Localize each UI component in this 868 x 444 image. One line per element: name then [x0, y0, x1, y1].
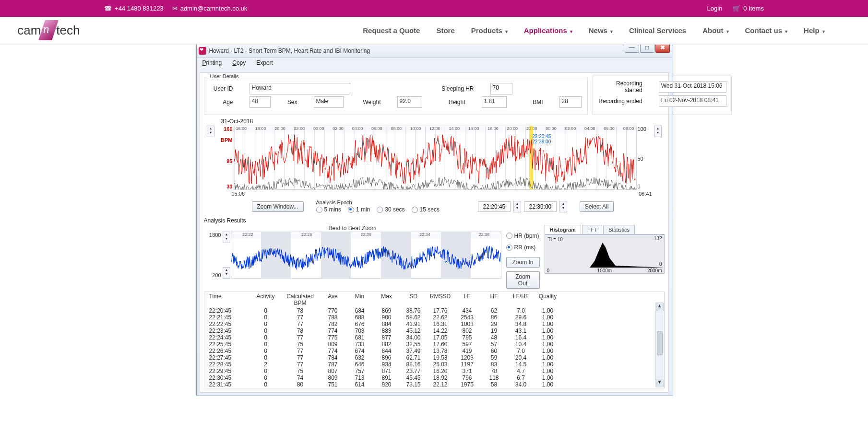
age-label: Age — [210, 99, 233, 105]
menu-export[interactable]: Export — [256, 59, 273, 70]
histogram-panel: TI = 10 132 0 0 1000m 2000m — [545, 234, 665, 274]
chevron-down-icon — [726, 26, 729, 35]
time-from-input[interactable] — [478, 201, 511, 212]
table-scrollbar[interactable]: ▲ ▼ — [655, 303, 664, 387]
scroll-down[interactable]: ▼ — [656, 379, 664, 387]
epoch-legend: Analysis Epoch — [316, 199, 446, 205]
svg-marker-0 — [545, 243, 664, 268]
table-row[interactable]: 22:25:4507580973388232.5517.605975710.41… — [204, 341, 664, 348]
user-details-group: User Details User ID Howard Sleeping HR … — [204, 77, 588, 115]
time-to-spinner[interactable] — [559, 201, 567, 212]
time-to-input[interactable] — [524, 201, 557, 212]
user-id-field[interactable]: Howard — [250, 83, 350, 94]
maximize-button[interactable]: □ — [640, 45, 654, 53]
x-start: 15:06 — [232, 191, 245, 197]
table-row[interactable]: 22:21:4507778868890058.6222.6225438629.6… — [204, 314, 664, 321]
sleeping-hr-label: Sleeping HR — [364, 85, 474, 92]
results-table: TimeActivityCalculatedBPMAveMinMaxSDRMSS… — [204, 292, 665, 388]
rec-end-label: Recording ended — [598, 98, 642, 105]
y-axis-left: 160 BPM 95 30 — [217, 126, 234, 190]
zoom-window-button[interactable]: Zoom Window... — [252, 201, 304, 212]
nav-news[interactable]: News — [589, 26, 613, 35]
table-row[interactable]: 22:31:4508075161492073.1522.1219755834.0… — [204, 381, 664, 388]
scroll-up[interactable]: ▲ — [656, 303, 664, 311]
height-label: Height — [436, 99, 465, 105]
app-window: Howard - LT2 - Short Term BPM, Heart Rat… — [196, 45, 672, 396]
time-from-spinner[interactable] — [513, 201, 521, 212]
analysis-legend: Analysis Results — [204, 217, 665, 224]
cart-link[interactable]: 🛒0 Items — [733, 5, 764, 12]
rec-end-field: Fri 02-Nov-2018 08:41 — [659, 95, 726, 107]
chevron-down-icon — [785, 26, 787, 35]
epoch-radio-15secs[interactable]: 15 secs — [412, 206, 440, 213]
sleeping-hr-field[interactable]: 70 — [490, 83, 512, 94]
menu-copy[interactable]: Copy — [232, 59, 246, 70]
beat-y-top-spinner[interactable] — [223, 232, 230, 243]
chevron-down-icon — [822, 26, 825, 35]
weight-field[interactable]: 92.0 — [397, 96, 422, 108]
nav-contact-us[interactable]: Contact us — [745, 26, 788, 35]
y-top: 160 — [218, 126, 233, 132]
beat-chart[interactable]: 22:2222:2422:2622:2822:3022:3222:3422:36… — [231, 232, 501, 279]
rr-radio[interactable]: RR (ms) — [506, 244, 536, 251]
scroll-thumb[interactable] — [657, 331, 663, 355]
login-link[interactable]: Login — [707, 5, 722, 12]
nav-clinical-services[interactable]: Clinical Services — [629, 26, 686, 35]
mail-icon: ✉ — [172, 5, 178, 12]
sex-field[interactable]: Male — [314, 96, 344, 108]
close-button[interactable]: ✖ — [655, 45, 670, 53]
table-row[interactable]: 22:27:4507778463289662.7119.5312035920.4… — [204, 354, 664, 361]
y-bot: 30 — [218, 184, 233, 189]
overview-chart[interactable]: 16:0018:0020:0022:0000:0002:0004:0006:00… — [234, 126, 637, 190]
beat-y-bot-spinner[interactable] — [223, 267, 230, 279]
epoch-radio-1min[interactable]: 1 min — [348, 206, 370, 213]
age-field[interactable]: 48 — [250, 96, 271, 108]
zoom-out-button[interactable]: Zoom Out — [506, 271, 540, 289]
epoch-radio-30secs[interactable]: 30 secs — [377, 206, 404, 213]
x-end: 08:41 — [639, 191, 652, 197]
hist-ytop: 132 — [654, 236, 662, 241]
nav-about[interactable]: About — [702, 26, 728, 35]
logo[interactable]: camtech — [17, 20, 80, 40]
nav-products[interactable]: Products — [471, 26, 508, 35]
table-row[interactable]: 22:26:4507777467484437.4913.78419607.01.… — [204, 348, 664, 354]
zoom-in-button[interactable]: Zoom In — [506, 257, 540, 268]
chart-date: 31-Oct-2018 — [221, 118, 665, 125]
user-id-label: User ID — [210, 85, 233, 92]
table-row[interactable]: 22:24:4507777568187734.0017.057954816.41… — [204, 334, 664, 341]
beat-y-axis: 1800 200 — [204, 232, 222, 279]
tab-fft[interactable]: FFT — [582, 225, 602, 234]
table-row[interactable]: 22:20:4507877068486938.7617.76434627.01.… — [204, 307, 664, 314]
tab-histogram[interactable]: Histogram — [545, 225, 581, 234]
epoch-radio-5mins[interactable]: 5 mins — [316, 206, 341, 213]
y-mid: 95 — [218, 158, 233, 164]
tab-statistics[interactable]: Statistics — [603, 225, 635, 234]
hr-radio[interactable]: HR (bpm) — [506, 233, 539, 239]
table-row[interactable]: 22:28:4527778764693488.1625.0311978314.5… — [204, 361, 664, 368]
nav-applications[interactable]: Applications — [524, 26, 572, 35]
chevron-down-icon — [570, 26, 572, 35]
table-row[interactable]: 22:30:4507480971389145.4518.927961186.71… — [204, 374, 664, 381]
select-all-button[interactable]: Select All — [580, 201, 614, 212]
table-row[interactable]: 22:23:4507877470388345.1214.228021943.11… — [204, 327, 664, 334]
y-top-spinner[interactable] — [207, 126, 214, 137]
height-field[interactable]: 1.81 — [482, 96, 507, 108]
menu-printing[interactable]: Printing — [202, 59, 222, 70]
rec-start-field: Wed 31-Oct-2018 15:06 — [659, 81, 726, 93]
topbar: ☎+44 1480 831223 ✉admin@camntech.co.uk L… — [0, 0, 868, 17]
table-row[interactable]: 22:29:4507580775787123.7716.20371784.71.… — [204, 368, 664, 374]
nav-store[interactable]: Store — [436, 26, 454, 35]
minimize-button[interactable]: ― — [625, 45, 639, 53]
table-row[interactable]: 22:22:4507778267688441.9116.3110032934.8… — [204, 321, 664, 327]
rec-start-label: Recording started — [598, 80, 642, 93]
app-icon — [199, 47, 206, 55]
y2-top-spinner[interactable] — [654, 126, 662, 137]
email-link[interactable]: ✉admin@camntech.co.uk — [172, 5, 248, 12]
nav-help[interactable]: Help — [804, 26, 825, 35]
nav-request-a-quote[interactable]: Request a Quote — [363, 26, 420, 35]
navbar: camtech Request a QuoteStoreProductsAppl… — [0, 17, 868, 45]
titlebar: Howard - LT2 - Short Term BPM, Heart Rat… — [197, 45, 672, 58]
phone-link[interactable]: ☎+44 1480 831223 — [104, 5, 164, 12]
bmi-field[interactable]: 28 — [559, 96, 582, 108]
beat-zoom-title: Beat to Beat Zoom — [204, 225, 501, 232]
